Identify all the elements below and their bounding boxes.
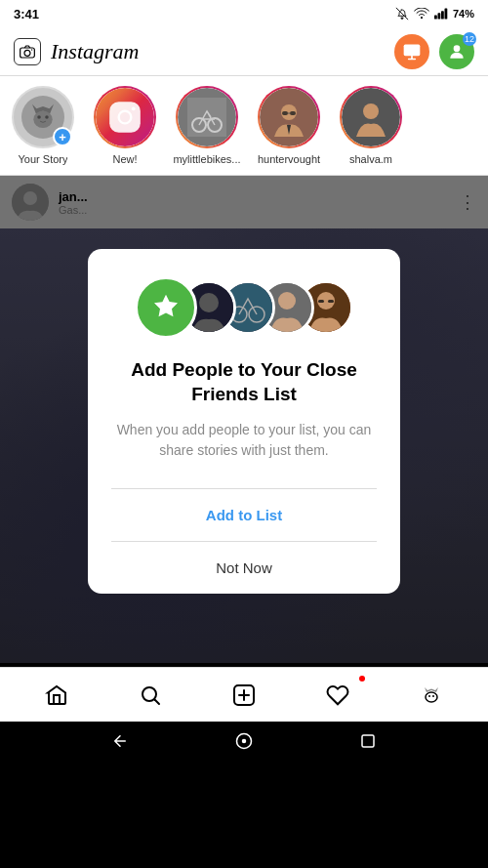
shalva-story-label: shalva.m — [349, 153, 392, 165]
top-nav: Instagram 12 — [0, 27, 488, 76]
mute-icon — [395, 7, 409, 21]
tab-heart[interactable] — [291, 668, 385, 722]
feed-area: jan... Gas... ⋮ — [0, 176, 488, 667]
heart-notification-dot — [359, 676, 365, 682]
profile-tab-icon — [420, 683, 443, 707]
svg-rect-1 — [434, 15, 437, 19]
svg-rect-39 — [318, 300, 324, 303]
logo-text: Instagram — [51, 39, 139, 64]
tab-add[interactable] — [197, 668, 291, 722]
add-to-list-button[interactable]: Add to List — [111, 489, 377, 541]
svg-point-12 — [37, 115, 41, 119]
status-icons: 74% — [395, 7, 474, 21]
your-story-avatar: + — [12, 86, 74, 148]
status-time: 3:41 — [14, 7, 39, 21]
not-now-button[interactable]: Not Now — [111, 542, 377, 594]
story-item-your[interactable]: + Your Story — [8, 86, 78, 165]
android-nav-bar — [0, 722, 488, 761]
tv-icon-button[interactable] — [394, 34, 429, 69]
bikes-story-avatar — [176, 86, 238, 148]
svg-rect-2 — [437, 13, 440, 19]
shalva-story-avatar — [340, 86, 402, 148]
modal-title: Add People to Your Close Friends List — [111, 358, 377, 406]
nav-logo: Instagram — [14, 38, 139, 65]
modal-description: When you add people to your list, you ca… — [111, 420, 377, 461]
svg-point-17 — [132, 106, 136, 110]
android-home-button[interactable] — [235, 732, 253, 750]
avatar-cluster — [135, 276, 353, 339]
svg-rect-4 — [444, 8, 447, 19]
signal-icon — [434, 8, 448, 20]
battery-text: 74% — [453, 8, 474, 20]
svg-rect-40 — [328, 300, 334, 303]
close-friends-star-icon — [135, 276, 197, 339]
svg-rect-24 — [290, 111, 296, 115]
story-item-hunter[interactable]: huntervought — [254, 86, 324, 165]
tab-search[interactable] — [103, 668, 197, 722]
svg-point-9 — [454, 45, 461, 52]
story-item-bikes[interactable]: mylittlebikes... — [172, 86, 242, 165]
home-icon — [45, 683, 68, 707]
add-icon — [232, 683, 256, 707]
svg-rect-8 — [404, 44, 421, 56]
svg-rect-3 — [441, 11, 444, 19]
add-story-plus: + — [53, 127, 72, 146]
svg-rect-23 — [282, 111, 288, 115]
heart-icon — [326, 683, 349, 707]
hunter-story-label: huntervought — [258, 153, 320, 165]
status-bar: 3:41 74% — [0, 0, 488, 27]
tab-profile[interactable] — [385, 668, 478, 722]
svg-rect-18 — [187, 98, 226, 137]
svg-point-26 — [363, 103, 379, 119]
svg-point-45 — [432, 695, 434, 697]
instagram-story-label: New! — [112, 153, 137, 165]
story-item-shalva[interactable]: shalva.m — [336, 86, 406, 165]
svg-point-13 — [45, 115, 49, 119]
stories-row: + Your Story — [0, 76, 488, 176]
your-story-label: Your Story — [19, 153, 68, 165]
nav-right-icons: 12 — [394, 34, 474, 69]
svg-point-36 — [278, 292, 296, 310]
svg-point-44 — [428, 695, 430, 697]
svg-point-31 — [199, 293, 219, 312]
svg-point-11 — [33, 110, 52, 128]
svg-point-43 — [426, 692, 437, 702]
modal-overlay: Add People to Your Close Friends List Wh… — [0, 176, 488, 667]
svg-point-6 — [24, 50, 30, 56]
story-item-instagram[interactable]: New! — [90, 86, 160, 165]
hunter-story-avatar — [258, 86, 320, 148]
instagram-story-avatar — [94, 86, 156, 148]
tab-home[interactable] — [10, 668, 103, 722]
svg-rect-48 — [362, 735, 374, 747]
android-back-button[interactable] — [111, 732, 129, 750]
svg-rect-14 — [109, 102, 141, 133]
wifi-icon — [414, 8, 429, 20]
camera-icon[interactable] — [14, 38, 41, 65]
bikes-story-label: mylittlebikes... — [173, 153, 240, 165]
profile-icon-button[interactable]: 12 — [439, 34, 474, 69]
svg-point-0 — [421, 17, 423, 19]
svg-point-7 — [31, 49, 32, 50]
modal-card: Add People to Your Close Friends List Wh… — [88, 249, 400, 594]
bottom-nav — [0, 667, 488, 722]
search-icon — [139, 683, 162, 707]
svg-point-47 — [242, 739, 247, 744]
android-recents-button[interactable] — [359, 732, 377, 750]
notification-badge: 12 — [463, 32, 476, 46]
